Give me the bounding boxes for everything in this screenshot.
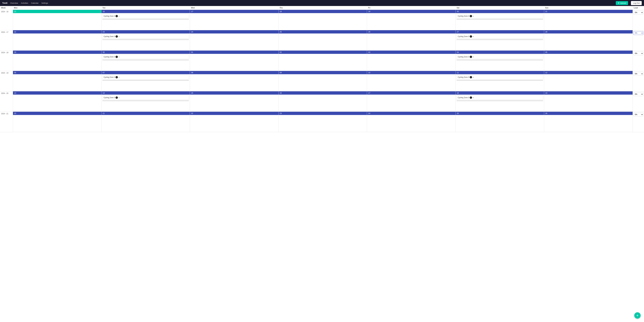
day-body[interactable]: Cycling Zone 3i▾ (456, 94, 544, 112)
day-cell[interactable]: 07Cycling Zone 3i▾ (101, 71, 190, 91)
day-body[interactable] (544, 34, 632, 50)
day-body[interactable]: Cycling Zone 3i▾ (456, 13, 544, 30)
chevron-down-icon[interactable]: ▾ (119, 76, 120, 78)
activity-card[interactable]: Cycling Zone 3i▾ (102, 75, 189, 79)
day-body[interactable]: Cycling Zone 3i▾ (456, 54, 544, 71)
day-body[interactable] (367, 94, 455, 112)
day-cell[interactable]: 23Cycling Zone 3i▾ (101, 30, 190, 50)
day-body[interactable] (13, 74, 101, 91)
load-select[interactable]: 0%10%20%30%40%50%60%70%80%90%100% (633, 52, 643, 55)
day-body[interactable] (13, 94, 101, 112)
day-cell[interactable]: 26 (367, 30, 456, 50)
day-body[interactable] (544, 54, 632, 71)
nav-settings[interactable]: Settings (42, 2, 48, 5)
chevron-down-icon[interactable]: ▾ (473, 97, 474, 98)
nav-calendar[interactable]: Calendar (31, 2, 38, 5)
day-cell[interactable]: 20Cycling Zone 3i▾ (456, 10, 544, 30)
day-body[interactable] (278, 54, 367, 71)
day-cell[interactable]: 18Cycling Zone 3i▾ (456, 91, 544, 112)
day-cell[interactable]: 17 (190, 10, 278, 30)
load-select[interactable]: 0%10%20%30%40%50%60%70%80%90%100% (633, 92, 643, 96)
logout-button[interactable]: Log Out (631, 1, 642, 5)
day-body[interactable] (544, 74, 632, 91)
day-body[interactable] (278, 74, 367, 91)
day-body[interactable] (278, 94, 367, 112)
day-cell[interactable]: 13 (13, 91, 101, 112)
day-cell[interactable]: 29 (13, 50, 101, 71)
day-cell[interactable]: 05 (544, 50, 632, 71)
day-cell[interactable]: 19 (367, 10, 456, 30)
day-cell[interactable]: 19 (544, 91, 632, 112)
activity-card[interactable]: Cycling Zone 3i▾ (456, 34, 543, 38)
day-body[interactable]: Cycling Zone 3i▾ (102, 34, 190, 50)
day-cell[interactable]: 24 (367, 112, 456, 132)
day-cell[interactable]: 06 (13, 71, 101, 91)
chevron-down-icon[interactable]: ▾ (473, 36, 474, 37)
day-cell[interactable]: 18 (278, 10, 367, 30)
day-cell[interactable]: 11Cycling Zone 3i▾ (456, 71, 544, 91)
activity-card[interactable]: Cycling Zone 3i▾ (456, 75, 543, 79)
nav-overview[interactable]: Overview (10, 2, 18, 5)
activity-card[interactable]: Cycling Zone 3i▾ (456, 14, 543, 18)
day-body[interactable] (544, 94, 632, 112)
info-icon[interactable]: i (116, 96, 118, 99)
day-body[interactable] (190, 74, 278, 91)
day-body[interactable]: Cycling Zone 3i▾ (102, 74, 190, 91)
load-select[interactable]: 0%10%20%30%40%50%60%70%80%90%100% (633, 11, 643, 14)
day-body[interactable] (367, 115, 455, 132)
info-icon[interactable]: i (116, 56, 118, 58)
upload-button[interactable]: ⬆ Upload (616, 1, 628, 5)
day-body[interactable] (190, 34, 278, 50)
day-body[interactable] (190, 13, 278, 30)
day-body[interactable] (278, 115, 367, 132)
day-body[interactable] (190, 115, 278, 132)
day-body[interactable]: Cycling Zone 3i▾ (102, 54, 190, 71)
chevron-down-icon[interactable]: ▾ (119, 16, 120, 17)
day-body[interactable] (102, 115, 190, 132)
day-cell[interactable]: 21 (101, 112, 190, 132)
day-body[interactable] (367, 13, 455, 30)
day-cell[interactable]: 10 (367, 71, 456, 91)
day-body[interactable] (190, 94, 278, 112)
activity-card[interactable]: Cycling Zone 3i▾ (456, 96, 543, 100)
load-select[interactable]: 0%10%20%30%40%50%60%70%80%90%100% (633, 72, 643, 76)
chevron-down-icon[interactable]: ▾ (473, 56, 474, 58)
day-body[interactable] (367, 74, 455, 91)
info-icon[interactable]: i (116, 76, 118, 78)
day-cell[interactable]: 22 (190, 112, 278, 132)
nav-activities[interactable]: Activities (21, 2, 28, 5)
day-body[interactable] (456, 115, 544, 132)
load-select[interactable]: 0%10%20%30%40%50%60%70%80%90%100% (633, 113, 643, 116)
day-cell[interactable]: 17 (367, 91, 456, 112)
day-cell[interactable]: 25 (456, 112, 544, 132)
day-body[interactable] (13, 54, 101, 71)
day-cell[interactable]: 23 (278, 112, 367, 132)
day-body[interactable]: Cycling Zone 3i▾ (456, 34, 544, 50)
activity-card[interactable]: Cycling Zone 3i▾ (102, 55, 189, 59)
day-body[interactable] (13, 115, 101, 132)
day-body[interactable]: Cycling Zone 3i▾ (102, 94, 190, 112)
day-cell[interactable]: 21 (544, 10, 632, 30)
day-body[interactable] (278, 13, 367, 30)
day-cell[interactable]: 22 (13, 30, 101, 50)
chevron-down-icon[interactable]: ▾ (473, 76, 474, 78)
load-select[interactable]: 0%10%20%30%40%50%60%70%80%90%100% (633, 31, 643, 35)
day-cell[interactable]: 28 (544, 30, 632, 50)
info-icon[interactable]: i (470, 76, 472, 78)
day-cell[interactable]: 15 (190, 91, 278, 112)
chevron-down-icon[interactable]: ▾ (473, 16, 474, 17)
day-body[interactable] (13, 34, 101, 50)
activity-card[interactable]: Cycling Zone 3i▾ (102, 34, 189, 38)
day-body[interactable] (13, 13, 101, 30)
day-cell[interactable]: 03 (367, 50, 456, 71)
info-icon[interactable]: i (470, 35, 472, 38)
day-cell[interactable]: 01 (190, 50, 278, 71)
day-cell[interactable]: 04Cycling Zone 3i▾ (456, 50, 544, 71)
day-cell[interactable]: 08 (190, 71, 278, 91)
day-cell[interactable]: 30Cycling Zone 3i▾ (101, 50, 190, 71)
day-cell[interactable]: 24 (190, 30, 278, 50)
day-cell[interactable]: 26 (544, 112, 632, 132)
activity-card[interactable]: Cycling Zone 3i▾ (456, 55, 543, 59)
info-icon[interactable]: i (470, 15, 472, 17)
day-cell[interactable]: 27Cycling Zone 3i▾ (456, 30, 544, 50)
